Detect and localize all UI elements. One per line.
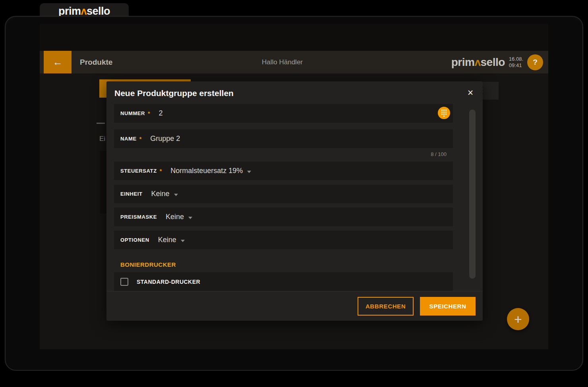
field-value: Keine [158,236,176,244]
back-arrow-icon: ← [53,56,63,68]
help-button[interactable]: ? [527,54,543,70]
checkbox-label: STANDARD-DRUCKER [137,279,200,285]
field-value: Normalsteuersatz 19% [170,167,243,175]
scrollbar-thumb[interactable] [469,110,476,279]
chevron-down-icon [188,217,192,219]
field-name[interactable]: NAME * Gruppe 2 [114,129,453,148]
field-label: STEUERSATZ [120,168,157,174]
logo-text-pre: prim [58,5,81,17]
field-preismaske[interactable]: PREISMASKE Keine [114,208,453,226]
field-label: PREISMASKE [120,214,157,220]
field-steuersatz[interactable]: STEUERSATZ * Normalsteuersatz 19% [114,162,453,180]
logo-text-post: sello [481,56,505,68]
field-label: EINHEIT [120,191,142,197]
clipped-text-behind-modal: Ei [99,135,105,143]
standard-drucker-row[interactable]: STANDARD-DRUCKER [114,272,453,291]
char-counter: 8 / 100 [114,151,447,157]
logo-text-post: sello [87,5,110,17]
logo-text-pre: prim [451,56,475,68]
keypad-button[interactable] [438,107,450,119]
close-button[interactable]: × [464,87,476,98]
chevron-down-icon [174,194,178,196]
add-fab-button[interactable]: + [507,308,529,330]
cancel-button[interactable]: ABBRECHEN [358,297,414,316]
chevron-down-icon [247,171,251,173]
field-value: Gruppe 2 [150,135,180,143]
time-text: 09:41 [509,62,523,69]
back-button[interactable]: ← [44,51,72,73]
checkbox-unchecked[interactable] [120,278,128,286]
required-marker: * [160,168,162,174]
date-text: 16.08. [509,56,523,62]
field-value: Keine [151,190,169,198]
plus-icon: + [514,312,522,327]
datetime: 16.08. 09:41 [509,56,523,68]
required-marker: * [139,136,141,142]
field-label: NUMMER [120,110,145,116]
section-bonierdrucker: BONIERDRUCKER [120,261,176,268]
app-header: ← Produkte Hallo Händler primʌsello 16.0… [40,51,548,73]
page-title: Produkte [80,51,112,73]
modal-footer: ABBRECHEN SPEICHERN [106,291,483,321]
field-optionen[interactable]: OPTIONEN Keine [114,231,453,249]
required-marker: * [148,110,150,117]
primasello-logo: primʌsello [58,5,110,17]
save-button[interactable]: SPEICHERN [420,297,476,316]
greeting-text: Hallo Händler [262,51,303,73]
field-einheit[interactable]: EINHEIT Keine [114,185,453,203]
create-product-group-modal: Neue Produktgruppe erstellen × NUMMER * … [106,81,483,321]
field-value: 2 [159,109,163,117]
field-value: Keine [166,213,184,221]
primasello-logo: primʌsello [451,56,505,69]
field-label: NAME [120,136,137,142]
question-mark-icon: ? [533,58,538,67]
logo-caret-icon: ʌ [474,56,480,68]
logo-caret-icon: ʌ [81,5,87,17]
close-icon: × [468,88,474,98]
header-right-group: primʌsello 16.08. 09:41 ? [451,51,543,73]
dialpad-icon [441,110,447,117]
field-nummer[interactable]: NUMMER * 2 [114,104,453,123]
divider-dash [97,123,105,124]
modal-title: Neue Produktgruppe erstellen [114,89,234,98]
chevron-down-icon [181,240,185,242]
field-label: OPTIONEN [120,237,149,243]
